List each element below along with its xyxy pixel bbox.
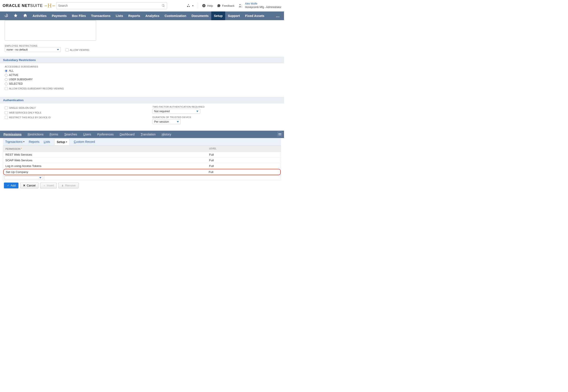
nav-box-files[interactable]: Box Files xyxy=(69,12,88,20)
permission-cell: Log in using Access Tokens xyxy=(3,163,207,169)
radio-icon xyxy=(5,78,8,81)
tab-searches[interactable]: Searches xyxy=(64,133,77,136)
tab-restrictions[interactable]: Restrictions xyxy=(28,133,43,136)
add-button[interactable]: Add xyxy=(4,182,18,188)
subtab-lists[interactable]: Lists xyxy=(44,140,50,143)
tab-forms[interactable]: Forms xyxy=(50,133,58,136)
duration-value: Per session xyxy=(154,120,169,123)
radio-icon xyxy=(5,70,8,72)
table-row[interactable]: Log in using Access TokensFull xyxy=(3,163,281,169)
edit-row-spacer xyxy=(44,175,281,180)
textarea-field[interactable] xyxy=(5,20,96,41)
roles-menu-button[interactable]: ▼ xyxy=(186,4,194,8)
svg-point-3 xyxy=(241,5,242,5)
employee-restrictions-dropdown[interactable]: none - no default xyxy=(5,47,61,52)
radio-user-subsidiary[interactable]: USER SUBSIDIARY xyxy=(5,78,279,81)
permissions-grid: PERMISSION* LEVEL REST Web ServicesFull … xyxy=(3,146,281,180)
user-role: Honeycomb Mfg - Administrator xyxy=(245,6,281,9)
allow-viewing-label: ALLOW VIEWING xyxy=(70,49,89,51)
col-level-header[interactable]: LEVEL xyxy=(207,146,281,152)
table-row[interactable]: REST Web ServicesFull xyxy=(3,152,281,158)
nav-recent-button[interactable] xyxy=(1,13,11,18)
radio-icon xyxy=(5,74,8,77)
nav-analytics[interactable]: Analytics xyxy=(143,12,162,20)
user-icon xyxy=(238,3,243,8)
trash-icon xyxy=(61,184,64,187)
nav-payments[interactable]: Payments xyxy=(49,12,69,20)
tfa-dropdown[interactable]: Not required xyxy=(152,109,200,114)
duration-dropdown[interactable]: Per session xyxy=(152,119,181,124)
remove-label: Remove xyxy=(65,184,76,187)
help-icon: ? xyxy=(202,4,206,8)
remove-button[interactable]: Remove xyxy=(58,182,78,188)
top-bar: ORACLE NETSUITE H ▼ ? Help Feedback Alex… xyxy=(0,0,284,12)
nav-transactions[interactable]: Transactions xyxy=(88,12,113,20)
subtab-custom-record[interactable]: Custom Record xyxy=(74,140,95,143)
user-menu[interactable]: Alex Wolfe Honeycomb Mfg - Administrator xyxy=(238,2,281,9)
tab-preferences[interactable]: Preferences xyxy=(97,133,114,136)
new-permission-dropdown[interactable] xyxy=(4,176,43,179)
main-nav: Activities Payments Box Files Transactio… xyxy=(0,12,284,20)
nav-home-button[interactable] xyxy=(20,13,30,18)
insert-button[interactable]: Insert xyxy=(40,182,57,188)
checkbox-icon xyxy=(5,106,8,109)
tab-dashboard[interactable]: Dashboard xyxy=(120,133,135,136)
subsidiary-restrictions-header: Subsidiary Restrictions xyxy=(0,57,284,63)
checkbox-icon xyxy=(5,111,8,114)
chevron-down-icon xyxy=(39,177,42,178)
tab-permissions[interactable]: Permissions xyxy=(3,133,21,136)
tfa-label: TWO-FACTOR AUTHENTICATION REQUIRED xyxy=(152,105,279,108)
tab-users[interactable]: Users xyxy=(83,133,91,136)
employee-restrictions-field: EMPLOYEE RESTRICTIONS none - no default xyxy=(5,44,61,52)
subtab-transactions[interactable]: Transactions • xyxy=(5,140,24,143)
nav-shortcuts-button[interactable] xyxy=(11,13,20,18)
cross-subsidiary-checkbox[interactable]: ALLOW CROSS-SUBSIDIARY RECORD VIEWING xyxy=(5,87,279,90)
accessible-subsidiaries-label: ACCESSIBLE SUBSIDIARIES xyxy=(5,65,279,68)
radio-all[interactable]: ALL xyxy=(5,69,279,72)
nav-overflow-button[interactable]: … xyxy=(273,14,283,18)
radio-active[interactable]: ACTIVE xyxy=(5,74,279,77)
feedback-label: Feedback xyxy=(222,4,234,7)
nav-reports[interactable]: Reports xyxy=(126,12,143,20)
web-services-checkbox[interactable]: WEB SERVICES ONLY ROLE xyxy=(5,111,139,114)
global-search[interactable] xyxy=(56,2,167,9)
check-icon xyxy=(7,184,9,187)
level-cell: Full xyxy=(207,152,281,157)
search-input[interactable] xyxy=(58,4,162,7)
nav-support[interactable]: Support xyxy=(225,12,242,20)
tab-translation[interactable]: Translation xyxy=(141,133,156,136)
feedback-button[interactable]: Feedback xyxy=(217,4,234,8)
allow-viewing-checkbox[interactable]: ALLOW VIEWING xyxy=(66,48,89,51)
nav-documents[interactable]: Documents xyxy=(189,12,211,20)
table-row[interactable]: SOAP Web ServicesFull xyxy=(3,158,281,163)
authentication-header: Authentication xyxy=(0,97,284,103)
chat-icon xyxy=(217,4,221,8)
tab-history[interactable]: History xyxy=(162,133,171,136)
subtab-reports[interactable]: Reports xyxy=(29,140,39,143)
tabs-layout-toggle[interactable] xyxy=(277,132,282,137)
permission-cell: SOAP Web Services xyxy=(3,158,207,163)
sso-label: SINGLE SIGN-ON ONLY xyxy=(9,107,36,109)
nav-fixed-assets[interactable]: Fixed Assets xyxy=(242,12,267,20)
level-cell: Full xyxy=(207,163,281,169)
cancel-button[interactable]: ✕ Cancel xyxy=(20,182,38,188)
subsidiary-restrictions-body: ACCESSIBLE SUBSIDIARIES ALL ACTIVE USER … xyxy=(0,63,284,92)
radio-selected[interactable]: SELECTED xyxy=(5,82,279,85)
close-icon: ✕ xyxy=(23,184,25,187)
subtab-setup[interactable]: Setup • xyxy=(54,139,70,145)
nav-lists[interactable]: Lists xyxy=(113,12,126,20)
col-permission-header[interactable]: PERMISSION* xyxy=(3,146,207,152)
device-id-checkbox[interactable]: RESTRICT THIS ROLE BY DEVICE ID xyxy=(5,116,139,119)
permission-cell: REST Web Services xyxy=(3,152,207,157)
level-cell: Full xyxy=(206,169,280,175)
tfa-value: Not required xyxy=(154,110,170,113)
table-row-highlighted[interactable]: Set Up CompanyFull xyxy=(3,169,281,175)
user-name: Alex Wolfe xyxy=(245,2,281,6)
nav-setup[interactable]: Setup xyxy=(211,12,225,20)
authentication-body: SINGLE SIGN-ON ONLY WEB SERVICES ONLY RO… xyxy=(0,103,284,128)
help-button[interactable]: ? Help xyxy=(202,4,213,8)
sso-checkbox[interactable]: SINGLE SIGN-ON ONLY xyxy=(5,106,139,109)
nav-activities[interactable]: Activities xyxy=(30,12,49,20)
nav-customization[interactable]: Customization xyxy=(162,12,189,20)
radio-selected-label: SELECTED xyxy=(9,82,23,85)
